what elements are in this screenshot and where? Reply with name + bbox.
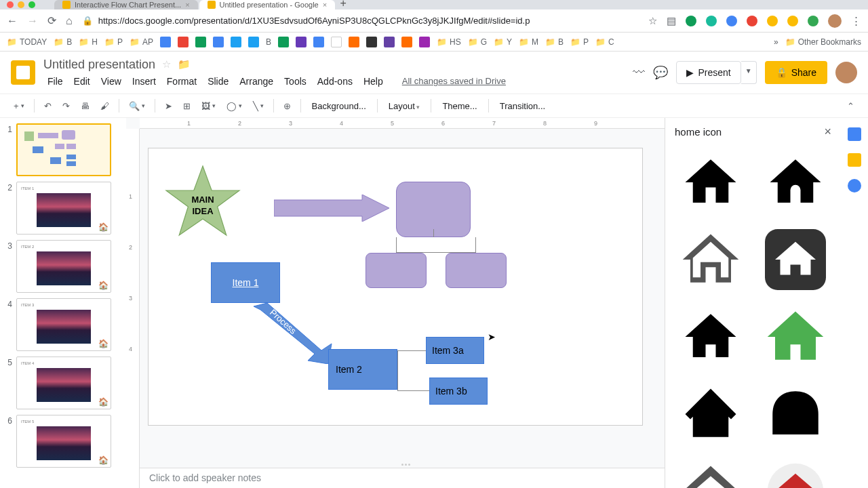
search-result-home-9[interactable] — [671, 455, 751, 488]
search-result-home-1[interactable] — [671, 146, 751, 219]
bookmark-item[interactable] — [213, 37, 224, 47]
menu-view[interactable]: View — [97, 75, 125, 88]
keep-icon[interactable] — [848, 153, 861, 167]
slides-logo[interactable] — [11, 60, 35, 85]
line-tool[interactable]: ╲▾ — [249, 98, 268, 114]
connector-line[interactable] — [396, 237, 476, 253]
bookmark-item[interactable] — [419, 37, 430, 47]
back-button[interactable]: ← — [7, 15, 18, 27]
profile-avatar[interactable] — [828, 14, 842, 28]
bookmark-folder[interactable]: 📁AP — [130, 37, 153, 47]
present-dropdown[interactable]: ▼ — [741, 61, 757, 84]
slide-thumbnail-4[interactable]: ITEM 3 🏠 — [16, 298, 111, 351]
menu-slide[interactable]: Slide — [203, 75, 233, 88]
collapse-toolbar[interactable]: ⌃ — [843, 98, 859, 114]
doc-title[interactable]: Untitled presentation — [43, 58, 155, 72]
search-result-home-4[interactable] — [755, 223, 836, 296]
item1-box[interactable]: Item 1 — [211, 262, 280, 303]
close-icon[interactable]: × — [323, 1, 327, 9]
calendar-icon[interactable] — [848, 127, 861, 141]
image-tool[interactable]: 🖼▾ — [197, 98, 220, 114]
bookmark-folder[interactable]: 📁B — [54, 37, 72, 47]
slide-canvas[interactable]: MAINIDEA Item 1 Process Item 2 Item 3a I… — [148, 148, 643, 426]
home-button[interactable]: ⌂ — [66, 15, 73, 27]
bookmark-item[interactable] — [331, 37, 342, 47]
search-result-home-6[interactable] — [755, 300, 836, 373]
explore-query[interactable]: home icon — [675, 126, 722, 138]
close-icon[interactable]: × — [185, 1, 189, 9]
bookmark-item[interactable] — [349, 37, 359, 47]
window-maximize[interactable] — [28, 1, 35, 8]
move-folder-icon[interactable]: 📁 — [178, 58, 191, 70]
bookmarks-overflow[interactable]: » — [774, 37, 778, 47]
url-field[interactable]: 🔒 https://docs.google.com/presentation/d… — [82, 16, 639, 26]
menu-edit[interactable]: Edit — [70, 75, 94, 88]
extension-icon[interactable] — [706, 16, 717, 26]
window-minimize[interactable] — [18, 1, 24, 8]
redo-button[interactable]: ↷ — [58, 98, 74, 114]
menu-file[interactable]: File — [43, 75, 67, 88]
bookmark-item[interactable] — [278, 37, 289, 47]
extension-icon[interactable] — [726, 16, 737, 26]
slide-thumbnail-3[interactable]: ITEM 2 🏠 — [16, 240, 111, 293]
present-button[interactable]: ▶ Present — [676, 61, 741, 84]
bookmark-folder[interactable]: 📁B — [545, 37, 564, 47]
star-shape[interactable]: MAINIDEA — [162, 162, 243, 250]
layout-button[interactable]: Layout — [383, 98, 426, 114]
select-tool[interactable]: ➤ — [161, 98, 176, 114]
print-button[interactable]: 🖶 — [77, 98, 94, 114]
browser-tab-2[interactable]: Untitled presentation - Google × — [199, 0, 336, 9]
extension-icon[interactable] — [787, 16, 798, 26]
bookmark-item[interactable] — [366, 37, 377, 47]
slide-thumbnail-6[interactable]: ITEM 5 🏠 — [16, 415, 111, 468]
bookmark-folder[interactable]: 📁G — [468, 37, 487, 47]
slide-thumbnail-2[interactable]: ITEM 1 🏠 — [16, 182, 111, 235]
bookmark-folder[interactable]: 📁P — [570, 37, 589, 47]
item2-box[interactable]: Item 2 — [328, 349, 397, 390]
arrow-shape[interactable] — [274, 195, 389, 222]
user-avatar[interactable] — [835, 62, 857, 83]
bookmark-item[interactable] — [195, 37, 206, 47]
purple-box-left[interactable] — [366, 253, 427, 288]
item3b-box[interactable]: Item 3b — [429, 378, 488, 405]
bookmark-item[interactable] — [384, 37, 395, 47]
slide-thumbnail-5[interactable]: ITEM 4 🏠 — [16, 357, 111, 409]
bookmark-folder[interactable]: 📁Y — [494, 37, 512, 47]
bookmark-item[interactable] — [313, 37, 324, 47]
search-result-home-5[interactable] — [671, 300, 751, 373]
bookmark-item[interactable] — [178, 37, 189, 47]
star-icon[interactable]: ☆ — [648, 15, 657, 27]
extension-icon[interactable] — [767, 16, 778, 26]
menu-insert[interactable]: Insert — [128, 75, 160, 88]
transition-button[interactable]: Transition... — [494, 98, 551, 114]
background-button[interactable]: Background... — [307, 98, 372, 114]
share-button[interactable]: 🔒 Share — [765, 61, 827, 84]
bookmark-folder[interactable]: 📁M — [519, 37, 538, 47]
other-bookmarks[interactable]: 📁Other Bookmarks — [785, 37, 861, 47]
activity-icon[interactable]: 〰 — [633, 66, 645, 80]
connector-line[interactable] — [397, 350, 426, 369]
search-result-home-2[interactable] — [755, 146, 836, 219]
bookmark-item[interactable] — [231, 37, 241, 47]
menu-addons[interactable]: Add-ons — [313, 75, 357, 88]
bookmark-item[interactable] — [296, 37, 307, 47]
zoom-button[interactable]: 🔍▾ — [125, 98, 149, 114]
reader-icon[interactable]: ▤ — [667, 15, 676, 27]
bookmark-item[interactable] — [401, 37, 412, 47]
theme-button[interactable]: Theme... — [437, 98, 482, 114]
speaker-notes[interactable]: Click to add speaker notes — [140, 468, 665, 488]
window-close[interactable] — [7, 1, 14, 8]
save-status[interactable]: All changes saved in Drive — [398, 75, 510, 87]
comment-tool[interactable]: ⊕ — [279, 98, 295, 114]
browser-tab-1[interactable]: Interactive Flow Chart Present... × — [54, 0, 198, 9]
star-icon[interactable]: ☆ — [162, 58, 171, 70]
bookmark-item[interactable] — [160, 37, 171, 47]
menu-arrange[interactable]: Arrange — [235, 75, 277, 88]
menu-format[interactable]: Format — [163, 75, 201, 88]
undo-button[interactable]: ↶ — [40, 98, 56, 114]
textbox-tool[interactable]: ⊞ — [179, 98, 195, 114]
connector-line[interactable] — [397, 369, 429, 391]
shape-tool[interactable]: ◯▾ — [222, 98, 246, 114]
paint-format-button[interactable]: 🖌 — [96, 98, 113, 114]
tasks-icon[interactable] — [848, 179, 861, 192]
